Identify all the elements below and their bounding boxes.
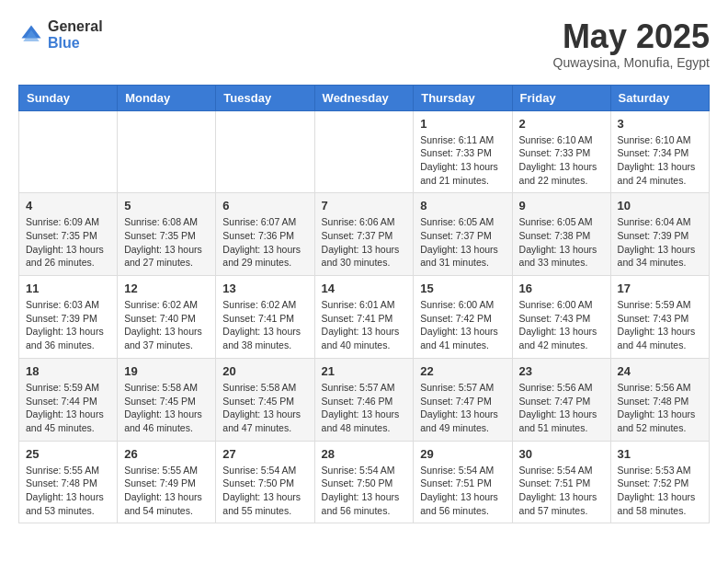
- day-number: 12: [124, 282, 209, 295]
- calendar-cell: 31Sunrise: 5:53 AM Sunset: 7:52 PM Dayli…: [610, 441, 709, 523]
- day-info: Sunrise: 6:05 AM Sunset: 7:37 PM Dayligh…: [420, 215, 505, 270]
- day-info: Sunrise: 6:02 AM Sunset: 7:41 PM Dayligh…: [222, 298, 307, 352]
- day-info: Sunrise: 5:54 AM Sunset: 7:50 PM Dayligh…: [322, 464, 407, 518]
- day-number: 4: [26, 199, 110, 213]
- weekday-header-tuesday: Tuesday: [216, 85, 314, 110]
- calendar-cell: 19Sunrise: 5:58 AM Sunset: 7:45 PM Dayli…: [118, 358, 216, 441]
- location-subtitle: Quwaysina, Monufia, Egypt: [553, 55, 710, 70]
- day-number: 23: [519, 364, 604, 378]
- day-number: 27: [222, 447, 307, 461]
- calendar-cell: 9Sunrise: 6:05 AM Sunset: 7:38 PM Daylig…: [512, 193, 610, 276]
- day-number: 5: [124, 199, 209, 213]
- day-number: 9: [519, 199, 604, 213]
- calendar-cell: [118, 110, 216, 193]
- day-info: Sunrise: 5:58 AM Sunset: 7:45 PM Dayligh…: [222, 381, 307, 435]
- logo: General Blue: [18, 18, 103, 51]
- day-info: Sunrise: 5:59 AM Sunset: 7:44 PM Dayligh…: [26, 381, 110, 435]
- day-number: 18: [26, 364, 110, 378]
- calendar-cell: 16Sunrise: 6:00 AM Sunset: 7:43 PM Dayli…: [512, 276, 610, 359]
- calendar-cell: 1Sunrise: 6:11 AM Sunset: 7:33 PM Daylig…: [414, 110, 512, 193]
- day-number: 31: [618, 447, 702, 461]
- page-header: General Blue May 2025 Quwaysina, Monufia…: [18, 18, 710, 70]
- day-info: Sunrise: 5:56 AM Sunset: 7:48 PM Dayligh…: [618, 381, 702, 435]
- day-number: 7: [322, 199, 407, 213]
- weekday-header-thursday: Thursday: [414, 85, 512, 110]
- calendar-cell: 30Sunrise: 5:54 AM Sunset: 7:51 PM Dayli…: [512, 441, 610, 523]
- weekday-header-wednesday: Wednesday: [314, 85, 414, 110]
- calendar-cell: [314, 110, 414, 193]
- logo-text: General Blue: [48, 18, 103, 51]
- calendar-cell: 24Sunrise: 5:56 AM Sunset: 7:48 PM Dayli…: [610, 358, 709, 441]
- calendar-cell: [216, 110, 314, 193]
- calendar-cell: 3Sunrise: 6:10 AM Sunset: 7:34 PM Daylig…: [610, 110, 709, 193]
- calendar-week-1: 1Sunrise: 6:11 AM Sunset: 7:33 PM Daylig…: [19, 110, 710, 193]
- day-number: 6: [222, 199, 307, 213]
- calendar-cell: 23Sunrise: 5:56 AM Sunset: 7:47 PM Dayli…: [512, 358, 610, 441]
- day-info: Sunrise: 5:56 AM Sunset: 7:47 PM Dayligh…: [519, 381, 604, 435]
- calendar-cell: 6Sunrise: 6:07 AM Sunset: 7:36 PM Daylig…: [216, 193, 314, 276]
- calendar-cell: 13Sunrise: 6:02 AM Sunset: 7:41 PM Dayli…: [216, 276, 314, 359]
- day-number: 28: [322, 447, 407, 461]
- day-info: Sunrise: 6:00 AM Sunset: 7:42 PM Dayligh…: [420, 298, 505, 352]
- day-info: Sunrise: 6:07 AM Sunset: 7:36 PM Dayligh…: [222, 215, 307, 270]
- calendar-week-2: 4Sunrise: 6:09 AM Sunset: 7:35 PM Daylig…: [19, 193, 710, 276]
- day-info: Sunrise: 5:59 AM Sunset: 7:43 PM Dayligh…: [618, 298, 702, 352]
- day-info: Sunrise: 6:01 AM Sunset: 7:41 PM Dayligh…: [322, 298, 407, 352]
- logo-general: General: [48, 18, 103, 35]
- calendar-cell: 28Sunrise: 5:54 AM Sunset: 7:50 PM Dayli…: [314, 441, 414, 523]
- day-number: 10: [618, 199, 702, 213]
- day-number: 29: [420, 447, 505, 461]
- weekday-header-friday: Friday: [512, 85, 610, 110]
- calendar-cell: 10Sunrise: 6:04 AM Sunset: 7:39 PM Dayli…: [610, 193, 709, 276]
- calendar-cell: 8Sunrise: 6:05 AM Sunset: 7:37 PM Daylig…: [414, 193, 512, 276]
- calendar-cell: 21Sunrise: 5:57 AM Sunset: 7:46 PM Dayli…: [314, 358, 414, 441]
- calendar-cell: 29Sunrise: 5:54 AM Sunset: 7:51 PM Dayli…: [414, 441, 512, 523]
- day-info: Sunrise: 6:00 AM Sunset: 7:43 PM Dayligh…: [519, 298, 604, 352]
- day-info: Sunrise: 5:54 AM Sunset: 7:51 PM Dayligh…: [519, 464, 604, 518]
- calendar-week-3: 11Sunrise: 6:03 AM Sunset: 7:39 PM Dayli…: [19, 276, 710, 359]
- calendar-cell: 2Sunrise: 6:10 AM Sunset: 7:33 PM Daylig…: [512, 110, 610, 193]
- calendar-cell: 15Sunrise: 6:00 AM Sunset: 7:42 PM Dayli…: [414, 276, 512, 359]
- weekday-header-monday: Monday: [118, 85, 216, 110]
- day-number: 17: [618, 282, 702, 295]
- calendar-cell: [19, 110, 118, 193]
- calendar-table: SundayMondayTuesdayWednesdayThursdayFrid…: [18, 85, 710, 524]
- day-info: Sunrise: 6:09 AM Sunset: 7:35 PM Dayligh…: [26, 215, 110, 270]
- month-title: May 2025: [553, 18, 710, 55]
- calendar-cell: 20Sunrise: 5:58 AM Sunset: 7:45 PM Dayli…: [216, 358, 314, 441]
- day-info: Sunrise: 6:11 AM Sunset: 7:33 PM Dayligh…: [420, 133, 505, 188]
- day-info: Sunrise: 5:55 AM Sunset: 7:49 PM Dayligh…: [124, 464, 209, 518]
- logo-blue: Blue: [48, 35, 103, 52]
- day-number: 11: [26, 282, 110, 295]
- day-info: Sunrise: 5:53 AM Sunset: 7:52 PM Dayligh…: [618, 464, 702, 518]
- day-number: 1: [420, 117, 505, 131]
- day-number: 14: [322, 282, 407, 295]
- day-number: 16: [519, 282, 604, 295]
- day-info: Sunrise: 5:55 AM Sunset: 7:48 PM Dayligh…: [26, 464, 110, 518]
- day-info: Sunrise: 5:58 AM Sunset: 7:45 PM Dayligh…: [124, 381, 209, 435]
- calendar-cell: 26Sunrise: 5:55 AM Sunset: 7:49 PM Dayli…: [118, 441, 216, 523]
- calendar-cell: 22Sunrise: 5:57 AM Sunset: 7:47 PM Dayli…: [414, 358, 512, 441]
- day-info: Sunrise: 6:10 AM Sunset: 7:33 PM Dayligh…: [519, 133, 604, 188]
- weekday-header-sunday: Sunday: [19, 85, 118, 110]
- day-info: Sunrise: 5:54 AM Sunset: 7:51 PM Dayligh…: [420, 464, 505, 518]
- day-info: Sunrise: 6:10 AM Sunset: 7:34 PM Dayligh…: [618, 133, 702, 188]
- calendar-cell: 5Sunrise: 6:08 AM Sunset: 7:35 PM Daylig…: [118, 193, 216, 276]
- day-info: Sunrise: 6:03 AM Sunset: 7:39 PM Dayligh…: [26, 298, 110, 352]
- calendar-cell: 27Sunrise: 5:54 AM Sunset: 7:50 PM Dayli…: [216, 441, 314, 523]
- day-number: 25: [26, 447, 110, 461]
- calendar-week-4: 18Sunrise: 5:59 AM Sunset: 7:44 PM Dayli…: [19, 358, 710, 441]
- day-number: 15: [420, 282, 505, 295]
- day-number: 3: [618, 117, 702, 131]
- weekday-header-saturday: Saturday: [610, 85, 709, 110]
- day-info: Sunrise: 6:08 AM Sunset: 7:35 PM Dayligh…: [124, 215, 209, 270]
- day-info: Sunrise: 6:02 AM Sunset: 7:40 PM Dayligh…: [124, 298, 209, 352]
- weekday-header-row: SundayMondayTuesdayWednesdayThursdayFrid…: [19, 85, 710, 110]
- calendar-cell: 7Sunrise: 6:06 AM Sunset: 7:37 PM Daylig…: [314, 193, 414, 276]
- calendar-cell: 14Sunrise: 6:01 AM Sunset: 7:41 PM Dayli…: [314, 276, 414, 359]
- calendar-cell: 18Sunrise: 5:59 AM Sunset: 7:44 PM Dayli…: [19, 358, 118, 441]
- title-area: May 2025 Quwaysina, Monufia, Egypt: [553, 18, 710, 70]
- day-number: 19: [124, 364, 209, 378]
- day-number: 24: [618, 364, 702, 378]
- day-number: 13: [222, 282, 307, 295]
